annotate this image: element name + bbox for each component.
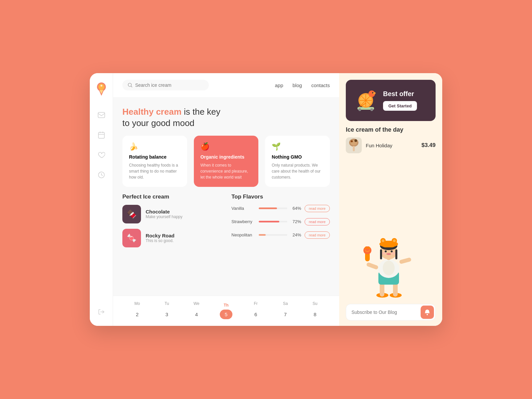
nav-links: app blog contacts [275,82,330,88]
neopolitan-label: Neopolitan [231,232,255,237]
svg-point-12 [128,83,131,86]
best-offer-illustration [352,86,379,113]
day-item[interactable]: Fun Holiday $3.49 [346,137,436,153]
girl-svg [359,229,422,299]
best-offer-title: Best offer [383,90,417,98]
neopolitan-read-more[interactable]: read more [305,231,330,239]
nav-blog[interactable]: blog [293,82,302,88]
search-bar[interactable] [122,80,209,90]
day-num-th: 5 [220,310,232,319]
calendar-day-su[interactable]: Su 8 [309,301,321,321]
svg-rect-28 [353,146,355,151]
vanilla-read-more[interactable]: read more [305,205,330,212]
best-offer-content: Best offer Get Started [383,90,417,111]
calendar-day-tu[interactable]: Tu 3 [161,301,173,321]
calendar-day-th[interactable]: Th 5 [220,303,232,319]
svg-point-58 [385,250,387,252]
hero-section: Healthy cream is the keyto your good moo… [113,97,339,129]
flavors-title: Top Flavors [231,194,330,200]
svg-point-59 [391,250,393,252]
rocky-info: Rocky Road This is so good. [146,233,175,243]
gmo-desc: Only natural products. We care about the… [272,162,323,180]
chocolate-info: Chocolate Make yourself happy [146,209,183,219]
neopolitan-bar [259,234,266,236]
fun-holiday-icon [348,139,360,152]
svg-rect-40 [399,257,412,264]
feature-card-organic: 🍎 Organic ingredients When it comes to c… [194,136,259,187]
hero-title: Healthy cream is the keyto your good moo… [122,106,330,129]
organic-icon: 🍎 [200,142,252,151]
rotating-title: Rotating balance [129,154,181,160]
calendar-icon[interactable] [97,130,106,140]
svg-point-48 [368,247,369,249]
history-icon[interactable] [97,170,106,180]
heart-icon[interactable] [97,150,106,160]
calendar-day-sa[interactable]: Sa 7 [279,301,292,321]
hero-highlight: Healthy cream [122,107,182,117]
svg-point-47 [366,247,367,249]
logout-icon[interactable] [97,307,106,317]
main-content: app blog contacts Healthy cream is the k… [113,73,339,326]
app-container: app blog contacts Healthy cream is the k… [90,73,442,326]
perfect-section: Perfect Ice cream 🍫 Chocolate Make yours… [122,194,221,296]
day-num-su: 8 [309,308,321,321]
calendar-day-we[interactable]: We 4 [190,301,203,321]
flavor-row-vanilla: Vanilla 64% read more [231,205,330,212]
svg-rect-39 [366,262,379,270]
subscribe-button[interactable] [421,306,434,319]
flavors-section: Top Flavors Vanilla 64% read more Strawb… [231,194,330,296]
calendar-days: Mo 2 Tu 3 We 4 Th 5 Fr 6 [122,301,330,321]
search-input[interactable] [135,82,203,88]
day-name-th: Th [224,303,229,308]
bottom-content: Perfect Ice cream 🍫 Chocolate Make yours… [113,194,339,296]
ice-cream-item-rocky[interactable]: 🍬 Rocky Road This is so good. [122,229,221,247]
svg-rect-5 [98,112,105,118]
day-item-price: $3.49 [421,142,436,149]
subscribe-input[interactable] [351,310,421,315]
day-num-mo: 2 [131,308,144,321]
sidebar-bottom [97,307,106,317]
day-num-fr: 6 [249,308,262,321]
feature-card-gmo: 🌱 Nothing GMO Only natural products. We … [265,136,330,187]
right-panel: Best offer Get Started Ice cream of the … [339,73,442,326]
svg-rect-61 [380,249,382,259]
mail-icon[interactable] [97,110,106,120]
strawberry-pct: 72% [291,219,301,224]
rotating-desc: Choosing healthy foods is a smart thing … [129,162,181,180]
svg-point-4 [100,85,102,87]
day-num-tu: 3 [161,308,173,321]
perfect-title: Perfect Ice cream [122,194,221,200]
svg-point-64 [391,252,395,255]
rocky-desc: This is so good. [146,238,175,243]
rocky-thumb: 🍬 [122,229,141,247]
sidebar [90,73,113,326]
ice-cream-item-chocolate[interactable]: 🍫 Chocolate Make yourself happy [122,205,221,223]
vanilla-pct: 64% [291,206,301,211]
nav-contacts[interactable]: contacts [311,82,330,88]
day-name-we: We [194,301,200,306]
svg-point-56 [382,239,384,242]
best-offer-card: Best offer Get Started [346,80,436,121]
nav-app[interactable]: app [275,82,283,88]
bell-icon [424,309,430,315]
vanilla-label: Vanilla [231,206,255,211]
svg-point-46 [365,246,370,251]
flavor-row-strawberry: Strawberry 72% read more [231,218,330,225]
day-num-sa: 7 [279,308,292,321]
chocolate-thumb: 🍫 [122,205,141,223]
calendar-day-mo[interactable]: Mo 2 [131,301,144,321]
calendar-day-fr[interactable]: Fr 6 [249,301,262,321]
day-item-thumb [346,137,362,153]
rocky-name: Rocky Road [146,233,175,238]
organic-desc: When it comes to convenience and pleasur… [200,162,252,180]
strawberry-read-more[interactable]: read more [305,218,330,225]
get-started-button[interactable]: Get Started [383,101,417,111]
calendar-section: Mo 2 Tu 3 We 4 Th 5 Fr 6 [113,296,339,326]
vanilla-bar [259,207,277,209]
flavor-row-neopolitan: Neopolitan 24% read more [231,231,330,239]
svg-rect-6 [98,132,104,138]
svg-point-15 [358,108,361,111]
chocolate-name: Chocolate [146,209,183,214]
subscribe-box [346,304,436,321]
svg-point-63 [382,252,386,255]
